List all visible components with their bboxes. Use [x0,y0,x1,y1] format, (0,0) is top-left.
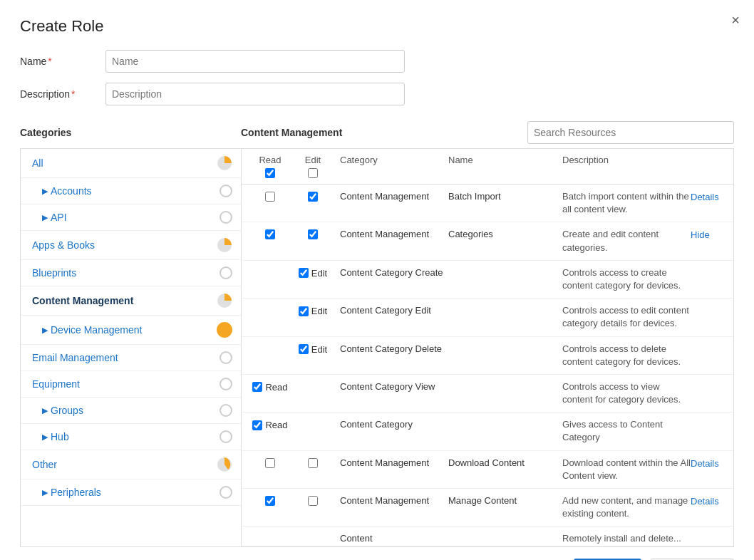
read-cell [249,266,291,268]
edit-cell [291,228,334,239]
read-checkbox[interactable] [265,192,275,202]
edit-checkbox[interactable] [299,344,309,354]
edit-checkbox[interactable] [299,306,309,316]
table-row: Read Content Category View Controls acce… [242,375,733,413]
categories-panel: All ▶ Accounts ▶ [21,149,242,546]
sidebar-item-hub[interactable]: ▶ Hub [21,424,241,450]
table-row: Content Management Batch Import Batch im… [242,185,733,222]
edit-cell: Edit [291,343,334,355]
accounts-indicator [220,185,232,197]
categories-label: Categories [20,127,241,138]
sidebar-item-all[interactable]: All [21,149,241,178]
create-role-modal: × Create Role Name* Description* Categor… [0,0,754,560]
category-cell: Content Management [334,494,448,507]
edit-checkbox[interactable] [299,268,309,278]
edit-checkbox[interactable] [308,458,318,468]
sidebar-item-label: All [32,157,217,169]
edit-checkbox[interactable] [308,229,318,239]
name-input[interactable] [105,50,405,73]
edit-cell: Edit [291,266,334,279]
sidebar-item-equipment[interactable]: Equipment [21,371,241,398]
search-resources-input[interactable] [527,121,734,144]
action-link[interactable]: Hide [691,228,733,240]
category-cell: Content Category View [334,380,448,393]
edit-check-label: Edit [299,344,327,355]
edit-all-checkbox[interactable] [308,168,318,178]
read-all-checkbox[interactable] [265,168,275,178]
read-cell: Read [249,380,291,393]
read-cell [249,304,291,306]
category-cell: Content Management [334,457,448,470]
edit-checkbox[interactable] [308,192,318,202]
modal-title: Create Role [20,17,734,36]
table-row: Edit Content Category Edit Controls acce… [242,299,733,336]
action-link[interactable]: Details [691,190,733,202]
content-indicator [217,293,232,308]
desc-cell: Download content within the All Content … [562,457,691,482]
sidebar-item-accounts[interactable]: ▶ Accounts [21,178,241,204]
sidebar-item-blueprints[interactable]: Blueprints [21,260,241,286]
all-indicator [217,155,232,171]
desc-cell: Add new content, and manage existing con… [562,494,691,520]
table-row: Read Content Category Gives access to Co… [242,413,733,450]
action-link [691,304,733,306]
sidebar-item-email-management[interactable]: Email Management [21,345,241,371]
action-link[interactable]: Details [691,457,733,469]
read-check-label: Read [252,382,287,393]
sidebar-item-groups[interactable]: ▶ Groups [21,398,241,424]
edit-check-label: Edit [299,306,327,316]
sidebar-item-label: Peripherals [51,487,220,498]
category-cell: Content Category Delete [334,343,448,356]
close-button[interactable]: × [731,13,740,27]
sidebar-item-api[interactable]: ▶ API [21,204,241,231]
chevron-right-icon: ▶ [42,326,48,335]
desc-cell: Batch import content within the all cont… [562,190,691,216]
edit-checkbox[interactable] [308,496,318,506]
read-checkbox[interactable] [265,229,275,239]
category-cell: Content Management [334,190,448,203]
edit-cell [291,532,334,534]
edit-cell [291,418,334,420]
description-input[interactable] [105,83,405,105]
groups-indicator [220,404,232,417]
read-checkbox[interactable] [265,496,275,506]
name-cell: Batch Import [448,190,562,203]
sidebar-item-device-management[interactable]: ▶ Device Management [21,316,241,345]
description-row: Description* [20,83,734,105]
table-row: Edit Content Category Delete Controls ac… [242,337,733,375]
edit-cell [291,494,334,506]
sidebar-item-peripherals[interactable]: ▶ Peripherals [21,479,241,506]
sidebar-item-label: Device Management [51,324,217,336]
desc-cell: Gives access to Content Category [562,418,691,444]
chevron-right-icon: ▶ [42,213,48,222]
desc-cell: Controls access to view content for cate… [562,380,691,406]
read-cell [249,457,291,468]
col-header-read: Read [249,155,291,178]
content-header: Categories Content Management [20,121,734,144]
col-header-name: Name [448,155,562,178]
description-label: Description* [20,88,105,100]
category-cell: Content Management [334,228,448,241]
sidebar-item-apps-books[interactable]: Apps & Books [21,231,241,260]
sidebar-item-label: Accounts [51,185,220,197]
edit-cell [291,380,334,382]
read-checkbox[interactable] [265,458,275,468]
read-checkbox[interactable] [252,382,262,392]
read-check-label: Read [252,420,287,430]
read-cell [249,494,291,506]
action-link[interactable]: Details [691,494,733,507]
col-header-category: Category [334,155,448,178]
name-label: Name* [20,56,105,67]
modal-footer: SAVE CANCEL [20,547,734,560]
edit-cell [291,190,334,202]
read-cell [249,343,291,344]
desc-cell: Controls access to delete content catego… [562,343,691,368]
sidebar-item-other[interactable]: Other [21,450,241,479]
sidebar-item-label: Equipment [32,378,220,390]
read-checkbox[interactable] [252,420,262,430]
peripherals-indicator [220,486,232,499]
sidebar-item-label: Hub [51,431,220,442]
table-row: Edit Content Category Create Controls ac… [242,261,733,299]
sidebar-item-content-management[interactable]: Content Management [21,286,241,316]
sidebar-item-label: Other [32,459,217,470]
